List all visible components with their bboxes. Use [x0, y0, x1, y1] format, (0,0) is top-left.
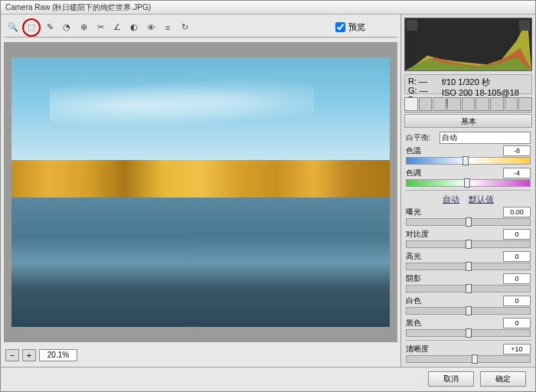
cancel-button[interactable]: 取消: [428, 371, 474, 387]
exposure-value[interactable]: 0.00: [503, 207, 531, 217]
tab-lens[interactable]: [476, 97, 489, 111]
clarity-value[interactable]: +10: [503, 344, 531, 354]
tint-slider[interactable]: [406, 179, 531, 187]
blacks-label: 黑色: [406, 318, 421, 328]
default-link[interactable]: 默认值: [469, 194, 494, 205]
temp-slider[interactable]: [406, 157, 531, 165]
zoom-bar: − + 20.1%: [4, 347, 397, 364]
wb-select[interactable]: 自动: [440, 132, 531, 144]
blacks-slider[interactable]: [406, 329, 531, 337]
contrast-slider[interactable]: [406, 240, 531, 248]
wb-tool-icon[interactable]: ✎: [42, 20, 57, 35]
whites-value[interactable]: 0: [503, 296, 531, 306]
canvas-area: [4, 42, 397, 342]
info-readout: R: — G: — B: — f/10 1/320 秒 ISO 200 18-1…: [404, 74, 532, 94]
panel-tabs: [404, 97, 532, 113]
exposure-slider[interactable]: [406, 218, 531, 226]
tint-slider-row: 色调-4: [406, 168, 531, 187]
preview-label: 预览: [348, 21, 365, 33]
temp-label: 色温: [406, 145, 421, 156]
sampler-tool-icon[interactable]: ◔: [59, 20, 74, 35]
shadow-clip-icon[interactable]: [407, 20, 417, 31]
basic-panel: 白平衡: 自动 色温-8 色调-4 自动默认值 曝光0.00 对比度0 高光0 …: [403, 128, 534, 365]
auto-link[interactable]: 自动: [443, 194, 459, 205]
tab-curve[interactable]: [419, 97, 433, 111]
whites-label: 白色: [406, 296, 421, 306]
redeye-tool-icon[interactable]: 👁: [143, 20, 159, 35]
zoom-out-button[interactable]: −: [5, 349, 19, 361]
tab-detail[interactable]: [433, 97, 446, 111]
footer: 取消 确定: [1, 367, 535, 390]
tint-label: 色调: [406, 168, 421, 178]
shadows-label: 阴影: [406, 273, 421, 284]
tab-basic[interactable]: [404, 97, 418, 111]
target-tool-icon[interactable]: ⊕: [76, 20, 91, 35]
histogram: [404, 18, 532, 71]
highlights-value[interactable]: 0: [503, 251, 531, 262]
preview-checkbox[interactable]: 预览: [335, 21, 365, 33]
highlight-clip-icon[interactable]: [519, 20, 530, 31]
image-preview[interactable]: [11, 57, 389, 328]
title-bar: Camera Raw (秋日暖阳下的绚烂世界.JPG): [1, 1, 535, 15]
crop-tool-icon[interactable]: ✂: [93, 20, 108, 35]
tab-fx[interactable]: [490, 97, 504, 111]
exposure-label: 曝光: [406, 207, 421, 217]
contrast-label: 对比度: [406, 229, 429, 240]
temp-value[interactable]: -8: [503, 145, 531, 156]
spot-tool-icon[interactable]: ◐: [126, 20, 142, 35]
preview-check-input[interactable]: [335, 22, 345, 32]
tab-preset[interactable]: [518, 97, 532, 111]
panel-title: 基本: [404, 114, 532, 128]
hand-tool-icon[interactable]: ⬚: [22, 18, 41, 37]
tab-cal[interactable]: [505, 97, 518, 111]
whites-slider[interactable]: [406, 307, 531, 315]
highlights-label: 高光: [406, 251, 421, 262]
shadows-value[interactable]: 0: [503, 273, 531, 284]
blacks-value[interactable]: 0: [503, 318, 531, 328]
ok-button[interactable]: 确定: [480, 371, 526, 387]
highlights-slider[interactable]: [406, 263, 531, 270]
clarity-label: 清晰度: [406, 344, 429, 354]
zoom-value[interactable]: 20.1%: [39, 349, 77, 361]
straighten-tool-icon[interactable]: ∠: [109, 20, 125, 35]
clarity-slider[interactable]: [406, 355, 531, 363]
tab-hsl[interactable]: [447, 97, 461, 111]
tab-split[interactable]: [462, 97, 476, 111]
tint-value[interactable]: -4: [503, 168, 531, 178]
contrast-value[interactable]: 0: [503, 229, 531, 240]
zoom-in-button[interactable]: +: [22, 349, 36, 361]
zoom-tool-icon[interactable]: 🔍: [5, 20, 21, 35]
prefs-tool-icon[interactable]: ≡: [160, 20, 175, 35]
toolbar: 🔍 ⬚ ✎ ◔ ⊕ ✂ ∠ ◐ 👁 ≡ ↻ 预览: [4, 18, 397, 38]
shadows-slider[interactable]: [406, 285, 531, 292]
rotate-tool-icon[interactable]: ↻: [177, 20, 192, 35]
temp-slider-row: 色温-8: [406, 145, 531, 165]
wb-label: 白平衡:: [406, 132, 440, 143]
